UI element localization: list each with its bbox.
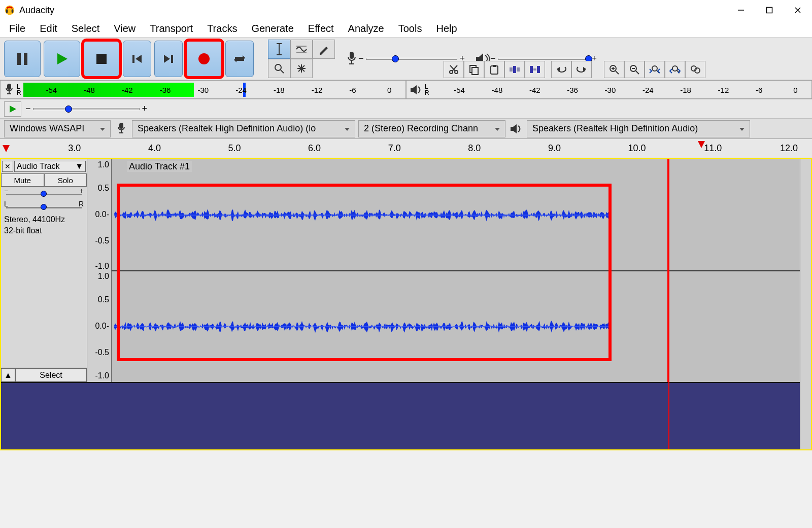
audio-track: ✕ Audio Track▼ Mute Solo −+ L R Stereo, … <box>1 159 811 382</box>
recording-channels-dropdown[interactable]: 2 (Stereo) Recording Chann <box>358 120 505 137</box>
cut-button[interactable] <box>444 61 464 78</box>
svg-marker-12 <box>136 55 142 63</box>
app-icon <box>4 5 15 16</box>
mic-icon <box>4 83 15 97</box>
envelope-tool[interactable] <box>290 40 313 59</box>
track-waveform-area[interactable]: 1.0 0.5 0.0- -0.5 -1.0 1.0 0.5 0.0- -0.5… <box>87 159 811 382</box>
menu-effect[interactable]: Effect <box>301 21 341 37</box>
svg-point-21 <box>275 64 281 71</box>
play-button[interactable] <box>44 41 80 77</box>
svg-rect-2 <box>12 9 14 13</box>
svg-rect-11 <box>132 55 134 63</box>
zoom-out-button[interactable] <box>624 61 645 78</box>
tools-toolbar-row2 <box>268 59 335 78</box>
menu-file[interactable]: File <box>2 21 32 37</box>
waveform-canvas[interactable]: Audio Track #1 <box>112 159 811 382</box>
svg-marker-9 <box>57 53 67 64</box>
menu-tracks[interactable]: Tracks <box>200 21 244 37</box>
window-controls <box>727 0 812 20</box>
track-menu-button[interactable]: Audio Track▼ <box>14 161 86 172</box>
time-label: 4.0 <box>148 143 161 154</box>
menu-generate[interactable]: Generate <box>244 21 300 37</box>
svg-rect-1 <box>6 9 8 13</box>
zoom-toggle-button[interactable] <box>685 61 705 78</box>
db-tick: -12 <box>718 86 729 94</box>
minimize-button[interactable] <box>727 0 755 20</box>
menu-select[interactable]: Select <box>64 21 107 37</box>
track-select-button[interactable]: Select <box>15 368 87 382</box>
menu-transport[interactable]: Transport <box>143 21 200 37</box>
redo-button[interactable] <box>571 61 592 78</box>
time-label: 9.0 <box>548 143 561 154</box>
transport-buttons <box>4 41 254 77</box>
svg-rect-27 <box>350 52 354 59</box>
time-label: 6.0 <box>308 143 321 154</box>
svg-rect-40 <box>513 66 516 73</box>
record-button[interactable] <box>186 41 222 77</box>
track-close-button[interactable]: ✕ <box>2 161 13 172</box>
undo-button[interactable] <box>551 61 571 78</box>
quickplay-indicator <box>0 139 12 158</box>
db-tick: -42 <box>529 86 540 94</box>
recording-device-dropdown[interactable]: Speakers (Realtek High Definition Audio)… <box>132 120 355 137</box>
speaker-icon <box>410 84 423 95</box>
db-tick: -30 <box>605 86 616 94</box>
multi-tool[interactable] <box>290 59 313 78</box>
track-pan-slider[interactable]: L R <box>1 202 87 213</box>
db-tick: -30 <box>197 86 209 94</box>
silence-button[interactable] <box>525 61 545 78</box>
trim-button[interactable] <box>504 61 525 78</box>
svg-marker-70 <box>698 141 705 148</box>
edit-toolbar <box>444 61 705 78</box>
time-label: 7.0 <box>388 143 401 154</box>
skip-end-button[interactable] <box>154 41 183 77</box>
zoom-tool[interactable] <box>268 59 290 78</box>
mic-icon <box>114 121 129 136</box>
playhead-marker[interactable] <box>697 140 706 149</box>
svg-rect-7 <box>17 53 21 65</box>
svg-line-22 <box>281 70 284 73</box>
pause-button[interactable] <box>4 41 41 77</box>
play-at-speed-button[interactable] <box>4 101 21 117</box>
menu-edit[interactable]: Edit <box>32 21 64 37</box>
clip-name-label[interactable]: Audio Track #1 <box>127 161 192 172</box>
fit-project-button[interactable] <box>665 61 685 78</box>
db-tick: -18 <box>680 86 691 94</box>
empty-track-space[interactable] <box>1 382 811 448</box>
transport-toolbar: − + − + <box>0 38 812 80</box>
mute-button[interactable]: Mute <box>1 173 44 187</box>
menu-tools[interactable]: Tools <box>391 21 429 37</box>
paste-button[interactable] <box>484 61 504 78</box>
selection-tool[interactable] <box>268 40 290 59</box>
track-control-panel: ✕ Audio Track▼ Mute Solo −+ L R Stereo, … <box>1 159 87 382</box>
track-collapse-button[interactable]: ▲ <box>1 368 15 382</box>
fit-selection-button[interactable] <box>645 61 665 78</box>
skip-start-button[interactable] <box>123 41 151 77</box>
svg-line-52 <box>636 71 639 74</box>
vertical-scrollbar[interactable] <box>800 159 811 449</box>
loop-button[interactable] <box>225 41 254 77</box>
lr-labels: LR <box>425 84 429 96</box>
audio-host-dropdown[interactable]: Windows WASAPI <box>4 120 111 137</box>
menu-help[interactable]: Help <box>429 21 464 37</box>
mic-icon <box>345 51 358 67</box>
recording-meter[interactable]: LR -54 -48 -42 -36 -30 -24 -18 -12 -6 0 <box>0 80 406 99</box>
playback-meter[interactable]: LR -54 -48 -42 -36 -30 -24 -18 -12 -6 0 <box>406 80 812 99</box>
menu-view[interactable]: View <box>107 21 143 37</box>
db-tick: -36 <box>567 86 578 94</box>
svg-rect-4 <box>767 8 772 13</box>
play-at-speed-toolbar: − + <box>0 99 812 119</box>
menu-analyze[interactable]: Analyze <box>341 21 391 37</box>
db-tick: -48 <box>84 86 95 94</box>
playback-device-dropdown[interactable]: Speakers (Realtek High Definition Audio) <box>527 120 750 137</box>
copy-button[interactable] <box>464 61 484 78</box>
timeline-ruler[interactable]: 3.0 4.0 5.0 6.0 7.0 8.0 9.0 10.0 11.0 12… <box>0 139 812 158</box>
stop-button[interactable] <box>83 41 120 77</box>
draw-tool[interactable] <box>313 40 335 59</box>
close-button[interactable] <box>784 0 812 20</box>
zoom-in-button[interactable] <box>604 61 624 78</box>
maximize-button[interactable] <box>755 0 784 20</box>
track-gain-slider[interactable]: −+ <box>1 189 87 200</box>
solo-button[interactable]: Solo <box>44 173 87 187</box>
playback-speed-slider[interactable]: − + <box>25 103 147 114</box>
